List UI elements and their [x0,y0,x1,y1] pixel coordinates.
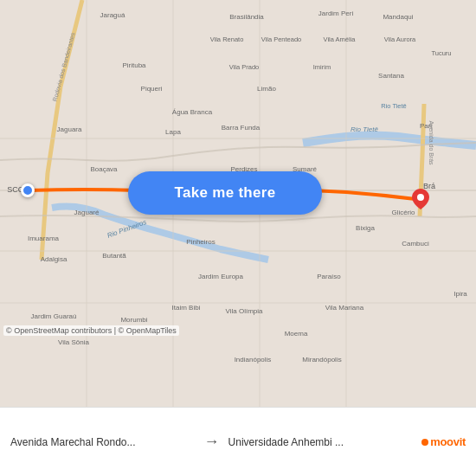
svg-text:Itaim Bibi: Itaim Bibi [172,304,201,312]
svg-text:Vila Prado: Vila Prado [229,63,259,71]
svg-text:Glicério: Glicério [391,209,415,216]
route-from-label: Avenida Marechal Rondo... [10,436,199,448]
svg-text:Mandaqui: Mandaqui [383,13,413,21]
svg-text:Bixiga: Bixiga [356,224,375,232]
svg-text:Rio Tietê: Rio Tietê [351,125,378,133]
svg-text:Indianópolis: Indianópolis [235,356,272,363]
take-me-there-button[interactable]: Take me there [128,171,322,215]
arrow-icon: → [199,433,225,451]
bottom-bar: Avenida Marechal Rondo... → Universidade… [0,407,476,476]
svg-text:Pinheiros: Pinheiros [186,238,215,246]
svg-text:Piqueri: Piqueri [141,85,163,93]
moovit-logo: moovit [421,435,466,448]
svg-text:Vila Olímpia: Vila Olímpia [226,307,264,315]
svg-text:Vila Amélia: Vila Amélia [324,35,357,43]
svg-text:Brasilândia: Brasilândia [229,13,264,21]
svg-text:Vila Mariana: Vila Mariana [325,304,364,312]
svg-text:Barra Funda: Barra Funda [222,124,261,132]
copyright-text: © OpenStreetMap contributors | © OpenMap… [3,325,179,336]
svg-text:Ipira: Ipira [453,290,467,298]
svg-text:Butantã: Butantã [102,252,126,260]
svg-text:Adalgisa: Adalgisa [41,255,68,263]
svg-text:Vila Aurora: Vila Aurora [384,35,416,43]
moovit-dot [421,439,428,446]
svg-text:Água Branca: Água Branca [172,108,213,116]
destination-marker [412,189,429,209]
svg-text:Jardim Europa: Jardim Europa [198,273,244,280]
svg-text:Jaraguá: Jaraguá [100,11,125,19]
map-container: Rio Pinheiros Rio Tietê Jaraguá Brasilân… [0,0,476,407]
svg-text:Jardim Peri: Jardim Peri [318,10,354,17]
svg-text:Vila Penteado: Vila Penteado [261,35,302,43]
svg-text:Imirim: Imirim [313,63,331,71]
svg-text:Rio Tietê: Rio Tietê [381,102,407,110]
svg-text:Jaguara: Jaguara [57,125,82,133]
svg-text:Santana: Santana [378,72,404,80]
svg-text:Paraíso: Paraíso [317,273,341,280]
svg-text:Jaguaré: Jaguaré [74,209,100,216]
svg-text:Pirituba: Pirituba [122,61,146,69]
svg-text:Avenida do Brás: Avenida do Brás [428,120,434,165]
svg-text:Cambuci: Cambuci [402,240,429,248]
route-to-label: Universidade Anhembi ... [225,436,414,448]
svg-text:Moema: Moema [285,330,308,338]
svg-text:Vila Sônia: Vila Sônia [58,338,89,346]
svg-text:Boaçava: Boaçava [90,165,118,173]
svg-point-59 [417,194,424,201]
svg-text:Limão: Limão [257,85,276,93]
svg-text:Mirandópolis: Mirandópolis [302,356,341,363]
svg-text:Tucuru: Tucuru [431,49,451,57]
origin-marker [21,183,35,197]
svg-text:Imuarama: Imuarama [28,235,60,242]
svg-text:Jardim Guaraú: Jardim Guaraú [31,312,77,320]
svg-text:Vila Renato: Vila Renato [210,35,244,43]
svg-text:Morumbi: Morumbi [120,316,147,324]
moovit-logo-text: moovit [430,435,466,448]
svg-text:Lapa: Lapa [165,128,181,136]
